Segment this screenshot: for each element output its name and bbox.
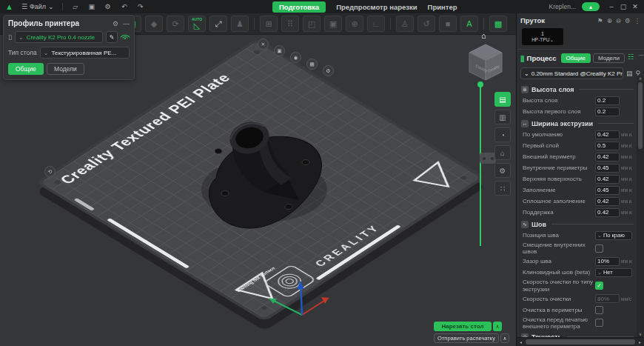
collapse-panel-button[interactable]: — [123, 20, 130, 27]
param-cooling-button[interactable]: ⚙ [494, 163, 511, 178]
setting-input[interactable]: 0.45 [595, 164, 620, 173]
move-button[interactable]: ◆ [145, 16, 163, 32]
reset-button[interactable]: ↺ [417, 16, 435, 32]
vertical-scrollbar[interactable]: ∧ ∨ [637, 76, 644, 337]
arrange-button[interactable]: ⊞ [260, 16, 278, 32]
minimize-button[interactable]: – [606, 3, 617, 10]
send-print-button[interactable]: Отправить распечатку [434, 333, 499, 343]
process-list-button[interactable]: ☷ [628, 53, 634, 63]
merge-button[interactable]: ⊕ [346, 16, 363, 32]
setting-control [595, 306, 634, 314]
printer-tab-models[interactable]: Модели [47, 63, 84, 75]
horizontal-scrollbar[interactable]: ◂ ▸ [517, 337, 644, 346]
auto-orient-button[interactable]: AUTO◺ [188, 16, 206, 32]
open-file-button[interactable]: ▱ [70, 3, 81, 10]
tab-printer[interactable]: Принтер [428, 3, 457, 11]
plate-close-button[interactable]: ✕ [258, 39, 269, 50]
cloud-account-button[interactable]: ▲ [582, 2, 600, 11]
setting-input[interactable]: 0.42 [595, 197, 620, 206]
fill-plate-button[interactable]: ◰ [303, 16, 321, 32]
filament-remove-button[interactable]: ⊖ [616, 17, 621, 24]
setting-input[interactable]: 0.42 [595, 208, 620, 217]
setting-input[interactable]: 10% [595, 257, 620, 266]
bed-type-select[interactable]: ⌄ Текстурированная PE... [40, 47, 130, 59]
setting-checkbox[interactable] [595, 319, 603, 327]
setting-input[interactable]: 0.42 [595, 130, 620, 139]
filament-more-button[interactable]: ⋮ [634, 17, 641, 24]
setting-unit: мм или % [621, 132, 632, 137]
tab-prepare[interactable]: Подготовка [272, 1, 326, 13]
setting-label: Заполнение [521, 186, 595, 194]
scroll-down-icon[interactable]: ∨ [639, 331, 642, 337]
param-quality-button[interactable]: ▤ [494, 92, 511, 107]
process-wifi-button[interactable]: ⌒ [638, 53, 644, 63]
lay-flat-button[interactable]: ∟ [367, 16, 385, 32]
param-support-button[interactable]: ⌂ [494, 145, 511, 160]
plate-lock-button[interactable]: ▣ [274, 45, 285, 56]
save-button[interactable]: ▣ [86, 3, 98, 10]
scrollbar-thumb[interactable] [638, 82, 643, 149]
filament-add-button[interactable]: ⊕ [607, 17, 612, 24]
arrange-seq-button[interactable]: ⠿ [281, 16, 299, 32]
slice-options-button[interactable]: ∧ [493, 322, 502, 331]
setting-input[interactable]: 0.42 [595, 153, 620, 162]
tab-preview[interactable]: Предпросмотр нарезки [336, 3, 417, 11]
send-options-button[interactable]: ∧ [500, 333, 509, 343]
printer-doc-icon: ▯ [8, 33, 12, 41]
filament-slot[interactable]: 1 HP-TPU⌄ [522, 28, 563, 45]
setting-checkbox[interactable] [595, 244, 603, 253]
param-walls-button[interactable]: ▥ [494, 110, 511, 124]
model-3d[interactable] [194, 110, 349, 239]
setting-input[interactable]: 0.42 [595, 175, 620, 184]
support-button-glyph: ♟ [236, 20, 244, 28]
setting-input[interactable]: 80% [595, 294, 620, 303]
viewport-3d[interactable]: ❖▦◆⟳AUTO◺⤢♟⊞⠿◰▣⊕∟♙↺■A▩ Creality Textured… [0, 13, 516, 346]
maximize-button[interactable]: ▢ [617, 3, 629, 10]
redo-button[interactable]: ↷ [135, 3, 147, 10]
edit-printer-button[interactable]: ✎ [106, 31, 118, 43]
scroll-right-icon[interactable]: ▸ [636, 339, 644, 345]
process-profile-name: 0.20mm Standard @Creality K2 Pr... [531, 70, 623, 77]
param-others-button[interactable]: ∷ [494, 181, 511, 196]
filament-settings-button[interactable]: ⚙ [625, 17, 631, 24]
setting-input[interactable]: 0.2 [595, 96, 620, 105]
setting-input[interactable]: 0.2 [595, 107, 620, 116]
setting-input[interactable]: 0.45 [595, 186, 620, 195]
settings-button[interactable]: ⚙ [102, 3, 114, 10]
setting-checkbox[interactable]: ✓ [595, 282, 603, 290]
clone-button[interactable]: ▣ [324, 16, 342, 32]
filament-pin-button[interactable]: ⚑ [597, 17, 603, 24]
process-tab-models[interactable]: Модели [593, 53, 625, 63]
merge-button-glyph: ⊕ [351, 20, 358, 28]
save-profile-icon[interactable]: ▤ [626, 70, 633, 77]
setting-select[interactable]: ⌄Нет [595, 268, 632, 277]
scroll-left-icon[interactable]: ◂ [517, 339, 525, 345]
param-speed-button[interactable]: ◔ [494, 127, 511, 142]
scale-button[interactable]: ⤢ [209, 16, 227, 32]
scrollbar-thumb-h[interactable] [526, 339, 635, 345]
fill-color-button[interactable]: ■ [439, 16, 457, 32]
rotate-button[interactable]: ⟳ [167, 16, 184, 32]
home-icon: ⌂ [481, 31, 486, 40]
slice-plate-button[interactable]: Нарезать стол [434, 322, 492, 331]
printer-settings-icon[interactable]: ⚙ [113, 20, 118, 27]
undo-button[interactable]: ↶ [118, 3, 130, 10]
plate-arrange-button[interactable]: ▦ [306, 59, 318, 70]
setting-input[interactable]: 0.5 [595, 142, 620, 150]
process-profile-select[interactable]: ⌄ 0.20mm Standard @Creality K2 Pr... [520, 67, 623, 79]
printer-tab-general[interactable]: Общие [8, 63, 44, 75]
plate-gear-button[interactable]: ⚙ [323, 65, 334, 76]
setting-checkbox[interactable] [595, 306, 603, 314]
right-panel: Пруток ⚑⊕⊖⚙⋮ 1 HP-TPU⌄ ||| Процесс Общие… [516, 13, 644, 346]
plate-handle-button[interactable]: ⟲ [44, 166, 56, 177]
plate-visibility-button[interactable]: ◉ [290, 52, 301, 63]
scroll-up-icon[interactable]: ∧ [639, 76, 642, 81]
support-button[interactable]: ♟ [231, 16, 249, 32]
process-tab-general[interactable]: Общие [561, 53, 591, 63]
close-button[interactable]: ✕ [629, 3, 641, 10]
printer-select[interactable]: ⌄ Creality K2 Pro 0.4 nozzle [15, 31, 103, 43]
seam-painting-button[interactable]: ♙ [396, 16, 414, 32]
file-menu[interactable]: ☰ Файл ⌄ [18, 2, 58, 11]
view-cube[interactable]: ⌂ Creality Creality [465, 30, 506, 83]
setting-select[interactable]: ⌄По краю [595, 231, 632, 240]
